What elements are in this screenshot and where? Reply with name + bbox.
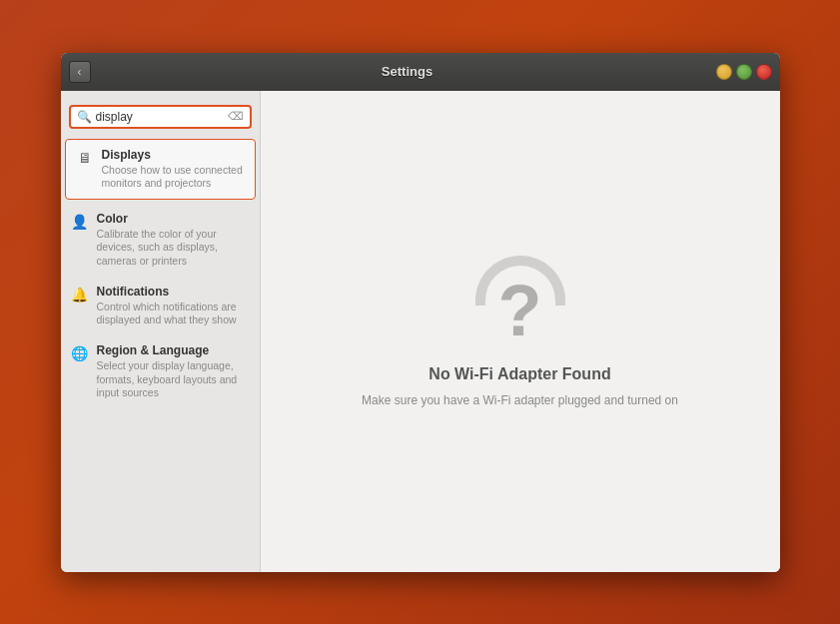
notifications-text: Notifications Control which notification… <box>97 285 250 327</box>
region-language-title: Region & Language <box>97 343 250 357</box>
content-area: 🔍 ⌫ 🖥 Displays Choose how to use connect… <box>61 91 780 572</box>
settings-window: ‹ Settings 🔍 ⌫ 🖥 Displays <box>61 53 780 572</box>
minimize-button[interactable] <box>716 64 732 80</box>
color-title: Color <box>97 212 250 226</box>
color-icon: 👤 <box>71 213 89 231</box>
maximize-button[interactable] <box>736 64 752 80</box>
displays-desc: Choose how to use connected monitors and… <box>102 164 245 191</box>
close-button[interactable] <box>756 64 772 80</box>
search-clear-button[interactable]: ⌫ <box>228 110 244 123</box>
displays-icon: 🖥 <box>76 149 94 167</box>
window-controls <box>716 64 772 80</box>
main-content: ? No Wi-Fi Adapter Found Make sure you h… <box>261 91 780 572</box>
no-wifi-illustration: ? <box>470 256 570 355</box>
back-icon: ‹ <box>78 65 82 79</box>
search-container: 🔍 ⌫ <box>61 99 260 139</box>
no-wifi-description: Make sure you have a Wi-Fi adapter plugg… <box>362 393 678 407</box>
sidebar-item-region-language[interactable]: 🌐 Region & Language Select your display … <box>61 335 260 408</box>
wifi-arc-icon <box>475 256 565 306</box>
sidebar-item-displays[interactable]: 🖥 Displays Choose how to use connected m… <box>65 139 256 200</box>
back-button[interactable]: ‹ <box>69 61 91 83</box>
search-input[interactable] <box>96 110 224 124</box>
search-box[interactable]: 🔍 ⌫ <box>69 105 252 129</box>
notifications-desc: Control which notifications are displaye… <box>97 301 250 327</box>
displays-title: Displays <box>102 148 245 162</box>
notifications-icon: 🔔 <box>71 286 89 304</box>
region-language-icon: 🌐 <box>71 344 89 362</box>
sidebar-item-notifications[interactable]: 🔔 Notifications Control which notificati… <box>61 277 260 335</box>
sidebar-item-color[interactable]: 👤 Color Calibrate the color of your devi… <box>61 204 260 277</box>
notifications-title: Notifications <box>97 285 250 299</box>
color-desc: Calibrate the color of your devices, suc… <box>97 228 250 269</box>
search-icon: 🔍 <box>77 110 92 124</box>
titlebar: ‹ Settings <box>61 53 780 91</box>
color-text: Color Calibrate the color of your device… <box>97 212 250 269</box>
window-title: Settings <box>99 64 716 79</box>
region-language-desc: Select your display language, formats, k… <box>97 359 250 400</box>
no-wifi-title: No Wi-Fi Adapter Found <box>428 365 610 383</box>
region-language-text: Region & Language Select your display la… <box>97 343 250 400</box>
displays-text: Displays Choose how to use connected mon… <box>102 148 245 191</box>
sidebar: 🔍 ⌫ 🖥 Displays Choose how to use connect… <box>61 91 261 572</box>
